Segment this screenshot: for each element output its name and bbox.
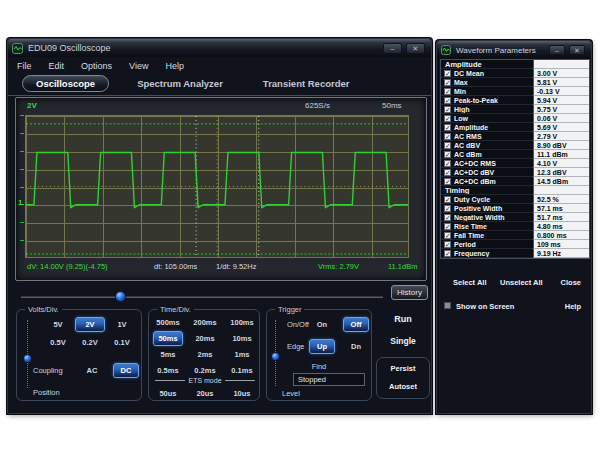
menu-edit[interactable]: Edit (49, 61, 65, 71)
tab-oscilloscope[interactable]: Oscilloscope (22, 75, 109, 92)
tab-transient-recorder[interactable]: Transient Recorder (263, 78, 350, 89)
param-checkbox[interactable]: ✓ (444, 178, 451, 185)
unselect-all-button[interactable]: Unselect All (500, 278, 543, 287)
param-checkbox[interactable]: ✓ (444, 133, 451, 140)
select-all-button[interactable]: Select All (453, 278, 487, 287)
menu-bar: FileEditOptionsViewHelp (8, 57, 431, 74)
menu-help[interactable]: Help (165, 61, 184, 71)
time-ets-button-10us[interactable]: 10us (227, 386, 257, 401)
menu-view[interactable]: View (129, 61, 148, 71)
trigger-position-track[interactable] (21, 296, 383, 298)
show-on-screen-checkbox[interactable] (444, 302, 451, 309)
persist-button[interactable]: Persist (377, 364, 429, 373)
time-button-0-2ms[interactable]: 0.2ms (190, 363, 220, 378)
history-button[interactable]: History (391, 285, 428, 300)
param-label-cell: ✓Period (441, 240, 533, 249)
param-checkbox[interactable]: ✓ (444, 205, 451, 212)
coupling-button-dc[interactable]: DC (113, 363, 139, 378)
param-checkbox[interactable]: ✓ (444, 115, 451, 122)
position-slider-thumb[interactable] (23, 354, 32, 363)
table-row: ✓Peak-to-Peak5.94 V (441, 96, 589, 105)
volts-button-0-5v[interactable]: 0.5V (43, 335, 73, 350)
time-button-0-1ms[interactable]: 0.1ms (227, 363, 257, 378)
time-ets-button-50us[interactable]: 50us (153, 386, 183, 401)
volts-div-panel: Volts/Div. 5V2V1V 0.5V0.2V0.1V Coupling … (16, 309, 142, 401)
time-button-10ms[interactable]: 10ms (227, 331, 257, 346)
param-checkbox[interactable]: ✓ (444, 151, 451, 158)
menu-options[interactable]: Options (81, 61, 112, 71)
time-row-4: 0.5ms0.2ms0.1ms (153, 363, 257, 378)
trigger-position-thumb[interactable] (115, 291, 126, 302)
autoset-button[interactable]: Autoset (377, 382, 429, 391)
volts-button-5v[interactable]: 5V (43, 317, 73, 332)
section-value-spacer (533, 186, 589, 195)
param-label-cell: ✓Amplitude (441, 123, 533, 132)
minimize-button[interactable]: – (383, 43, 402, 54)
trigger-status-field: Stopped (293, 373, 365, 386)
close-button[interactable]: ✕ (406, 43, 425, 54)
minimize-button[interactable]: – (549, 45, 565, 55)
wp-titlebar[interactable]: Waveform Parameters – ✕ (437, 41, 591, 59)
param-label: Amplitude (454, 124, 488, 131)
volts-button-1v[interactable]: 1V (107, 317, 137, 332)
param-checkbox[interactable]: ✓ (444, 88, 451, 95)
trigger-edge-options: UpDn (309, 339, 369, 354)
param-label: AC+DC RMS (454, 160, 496, 167)
param-checkbox[interactable]: ✓ (444, 214, 451, 221)
param-label: DC Mean (454, 70, 484, 77)
time-button-20ms[interactable]: 20ms (190, 331, 220, 346)
param-checkbox[interactable]: ✓ (444, 142, 451, 149)
time-button-0-5ms[interactable]: 0.5ms (153, 363, 183, 378)
time-ets-row: 50us20us10us (153, 386, 257, 401)
trigger-onoff-button-off[interactable]: Off (343, 317, 369, 332)
param-checkbox[interactable]: ✓ (444, 223, 451, 230)
volts-button-0-2v[interactable]: 0.2V (75, 335, 105, 350)
time-button-1ms[interactable]: 1ms (227, 347, 257, 362)
param-value: 4.10 V (533, 159, 589, 168)
trigger-edge-button-dn[interactable]: Dn (343, 339, 369, 354)
param-checkbox[interactable]: ✓ (444, 232, 451, 239)
time-button-2ms[interactable]: 2ms (190, 347, 220, 362)
run-button[interactable]: Run (376, 314, 430, 324)
time-row-1: 500ms200ms100ms (153, 315, 257, 330)
trigger-edge-button-up[interactable]: Up (309, 339, 335, 354)
param-checkbox[interactable]: ✓ (444, 241, 451, 248)
param-checkbox[interactable]: ✓ (444, 169, 451, 176)
param-checkbox[interactable]: ✓ (444, 97, 451, 104)
volts-button-2v[interactable]: 2V (75, 317, 105, 332)
close-params-button[interactable]: Close (561, 278, 581, 287)
main-window: EDU09 Oscilloscope – ✕ FileEditOptionsVi… (7, 38, 432, 414)
param-value: 12.3 dBV (533, 168, 589, 177)
single-button[interactable]: Single (376, 336, 430, 346)
time-button-100ms[interactable]: 100ms (227, 315, 257, 330)
help-button[interactable]: Help (565, 302, 581, 311)
time-button-50ms[interactable]: 50ms (153, 331, 183, 346)
find-button[interactable]: Find (267, 362, 371, 371)
section-row-timing: Timing (441, 186, 589, 195)
param-value: 52.5 % (533, 195, 589, 204)
time-button-500ms[interactable]: 500ms (153, 315, 183, 330)
menu-file[interactable]: File (17, 61, 32, 71)
time-ets-button-20us[interactable]: 20us (190, 386, 220, 401)
param-checkbox[interactable]: ✓ (444, 70, 451, 77)
param-checkbox[interactable]: ✓ (444, 79, 451, 86)
param-checkbox[interactable]: ✓ (444, 160, 451, 167)
time-button-5ms[interactable]: 5ms (153, 347, 183, 362)
param-checkbox[interactable]: ✓ (444, 124, 451, 131)
param-checkbox[interactable]: ✓ (444, 250, 451, 257)
trigger-onoff-button-on[interactable]: On (309, 317, 335, 332)
close-button[interactable]: ✕ (569, 45, 585, 55)
section-value-spacer (533, 60, 589, 69)
section-row-amplitude: Amplitude (441, 60, 589, 69)
tab-spectrum-analyzer[interactable]: Spectrum Analyzer (137, 78, 223, 89)
coupling-button-ac[interactable]: AC (79, 363, 105, 378)
table-row: ✓Period109 ms (441, 240, 589, 249)
volts-button-0-1v[interactable]: 0.1V (107, 335, 137, 350)
level-slider-thumb[interactable] (271, 352, 280, 361)
time-button-200ms[interactable]: 200ms (190, 315, 220, 330)
main-titlebar[interactable]: EDU09 Oscilloscope – ✕ (8, 39, 431, 57)
param-checkbox[interactable]: ✓ (444, 106, 451, 113)
param-checkbox[interactable]: ✓ (444, 196, 451, 203)
param-value: 0.06 V (533, 114, 589, 123)
param-label: Fall Time (454, 232, 484, 239)
